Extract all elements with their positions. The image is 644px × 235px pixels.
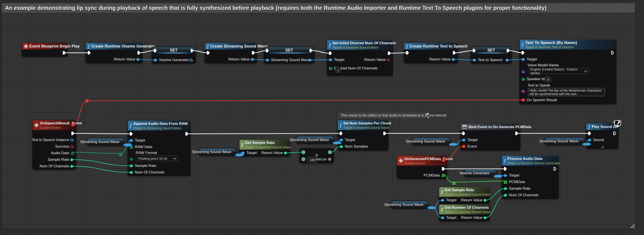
getter-streaming-sound-wave[interactable]: Streaming Sound Wave — [390, 201, 429, 209]
exec-out-pin[interactable] — [554, 167, 556, 170]
reroute-node-audio-data[interactable] — [119, 153, 120, 154]
node-create-streaming-sound-wave[interactable]: f Create Streaming Sound Wave Return Val… — [205, 43, 257, 63]
node-set-initial-desired-num-channels[interactable]: f Set Initial Desired Num Of Channels Ta… — [327, 40, 393, 76]
target-pin[interactable] — [130, 139, 133, 142]
exec-out-pin[interactable] — [383, 132, 386, 135]
sample-rate-pin[interactable] — [130, 164, 133, 167]
node-set-text-to-speech[interactable]: SET Text to Speech — [471, 47, 512, 64]
desired-num-input[interactable]: 1 — [336, 67, 340, 72]
exec-in-pin[interactable] — [406, 51, 409, 54]
exec-out-pin[interactable] — [453, 51, 456, 54]
delegate-pin[interactable] — [63, 45, 66, 48]
var-out-pin[interactable] — [308, 59, 311, 62]
exec-in-pin[interactable] — [207, 51, 210, 54]
exec-out-pin[interactable] — [613, 132, 616, 135]
getter-streaming-sound-wave[interactable]: Streaming Sound Wave — [544, 137, 585, 145]
target-pin[interactable] — [522, 58, 524, 61]
var-out-pin[interactable] — [506, 59, 508, 62]
var-in-pin[interactable] — [266, 59, 269, 62]
voice-model-dropdown[interactable]: English (United States) - Kokoro (Bella) — [528, 68, 589, 74]
divide-input-a-pin[interactable] — [302, 150, 305, 154]
node-get-sample-rate-bottom[interactable]: f Get Sample Rate Target is Imported Sou… — [439, 187, 490, 204]
getter-streaming-sound-wave[interactable]: Streaming Sound Wave — [86, 138, 125, 146]
text-to-speak-input[interactable]: Hello, world! The lips of the MetaHuman … — [528, 88, 604, 96]
divide-output-pin[interactable] — [328, 150, 332, 154]
return-value-pin[interactable] — [251, 58, 254, 61]
return-value-pin[interactable] — [484, 199, 486, 202]
on-speech-result-delegate-pin[interactable] — [522, 98, 525, 102]
var-in-pin[interactable] — [473, 59, 476, 62]
success-pin[interactable] — [70, 145, 73, 148]
raw-format-dropdown[interactable]: Floating point 32-bit — [136, 156, 178, 161]
num-channels-pin[interactable] — [130, 171, 133, 174]
var-out-pin[interactable] — [190, 59, 192, 62]
target-pin[interactable] — [329, 58, 332, 61]
node-text-to-speech-by-name[interactable]: f Text To Speech (By Name) Target is Run… — [520, 40, 616, 104]
num-channels-pin[interactable] — [70, 165, 73, 168]
node-append-audio-data-from-raw[interactable]: f Append Audio Data From RAW Target is S… — [128, 120, 190, 176]
audio-data-pin[interactable] — [71, 152, 72, 153]
exec-in-pin[interactable] — [588, 132, 591, 135]
return-value-pin[interactable] — [452, 58, 455, 61]
var-in-pin[interactable] — [154, 59, 157, 62]
exec-in-pin[interactable] — [522, 51, 524, 54]
node-onspeechresult-event[interactable]: OnSpeechResult_Event Custom Event Text t… — [32, 120, 76, 170]
node-process-audio-data[interactable]: f Process Audio Data Target is Runtime V… — [502, 156, 559, 199]
node-event-begin-play[interactable]: Event Blueprint Begin Play — [22, 43, 68, 57]
node-divide[interactable]: ÷ 100 Add pin⊕ — [300, 148, 334, 163]
exec-out-pin[interactable] — [63, 51, 66, 54]
exec-in-pin[interactable] — [504, 167, 507, 170]
delegate-pin[interactable] — [442, 159, 445, 162]
exec-out-pin[interactable] — [515, 132, 518, 135]
speaker-id-pin[interactable] — [522, 78, 524, 80]
exec-out-pin[interactable] — [71, 132, 74, 135]
reroute-node-pcmdata[interactable] — [452, 182, 453, 183]
target-pin[interactable] — [504, 174, 507, 177]
node-ongeneratepcmdata-event[interactable]: OnGeneratePCMData_Event Custom Event PCM… — [397, 156, 447, 179]
pushpin-icon[interactable] — [424, 112, 430, 118]
return-value-pin[interactable] — [484, 216, 486, 219]
exec-in-pin[interactable] — [88, 51, 90, 54]
node-set-viseme-generator[interactable]: SET Viseme Generator — [152, 47, 196, 64]
blueprint-canvas[interactable]: An example demonstrating lip sync during… — [0, 0, 644, 235]
text-to-speak-pin[interactable] — [522, 90, 524, 93]
pcmdata-pin[interactable] — [442, 174, 442, 175]
target-pin[interactable] — [340, 139, 342, 142]
sample-rate-pin[interactable] — [504, 187, 507, 190]
sound-pin[interactable] — [588, 139, 591, 142]
getter-streaming-sound-wave[interactable]: Streaming Sound Wave — [412, 138, 451, 146]
desired-num-pin[interactable] — [329, 67, 332, 70]
getter-streaming-sound-wave[interactable]: Streaming Sound Wave — [295, 136, 335, 144]
target-pin[interactable] — [441, 216, 444, 219]
exec-in-pin[interactable] — [462, 132, 465, 135]
node-comment-bubble[interactable]: This needs to be called so that audio is… — [338, 112, 427, 119]
exec-out-pin[interactable] — [388, 52, 391, 55]
node-get-number-of-channels[interactable]: f Get Number Of Channels Target is Impor… — [439, 204, 490, 221]
comment-title-bar[interactable]: An example demonstrating lip sync during… — [2, 3, 635, 13]
return-value-pin[interactable] — [136, 58, 139, 61]
divide-input-b-pin[interactable] — [302, 157, 305, 161]
exec-out-pin[interactable] — [186, 132, 188, 136]
delegate-pin[interactable] — [72, 123, 74, 126]
exec-in-pin[interactable] — [130, 132, 133, 136]
exec-out-pin[interactable] — [442, 167, 445, 170]
event-delegate-pin[interactable] — [462, 145, 465, 148]
expand-node-chevron[interactable] — [601, 146, 603, 148]
reroute-node-delegate[interactable] — [86, 100, 88, 102]
voice-model-pin[interactable] — [522, 70, 524, 73]
add-pin-button[interactable]: Add pin⊕ — [316, 156, 332, 162]
tts-instance-pin[interactable] — [70, 139, 73, 142]
speaker-id-input[interactable]: 0 — [546, 77, 551, 82]
node-create-runtime-text-to-speech[interactable]: f Create Runtime Text to Speech Return V… — [404, 43, 458, 63]
node-set-streaming-sound-wave[interactable]: SET Streaming Sound Wave — [264, 47, 314, 64]
exec-out-pin[interactable] — [611, 51, 614, 54]
num-channels-pin[interactable] — [504, 194, 507, 197]
node-bind-event-to-on-generate-pcmdata[interactable]: Bind Event to On Generate PCMData Target… — [460, 123, 520, 150]
node-set-num-samples-per-chunk[interactable]: f Set Num Samples Per Chunk Target is Im… — [338, 120, 388, 150]
node-create-runtime-viseme-generator[interactable]: f Create Runtime Viseme Generator Return… — [86, 43, 142, 63]
exec-out-pin[interactable] — [138, 51, 140, 54]
target-pin[interactable] — [462, 139, 465, 142]
num-samples-pin[interactable] — [340, 145, 342, 148]
sample-rate-pin[interactable] — [70, 158, 73, 161]
getter-streaming-sound-wave[interactable]: Streaming Sound Wave — [198, 148, 237, 156]
